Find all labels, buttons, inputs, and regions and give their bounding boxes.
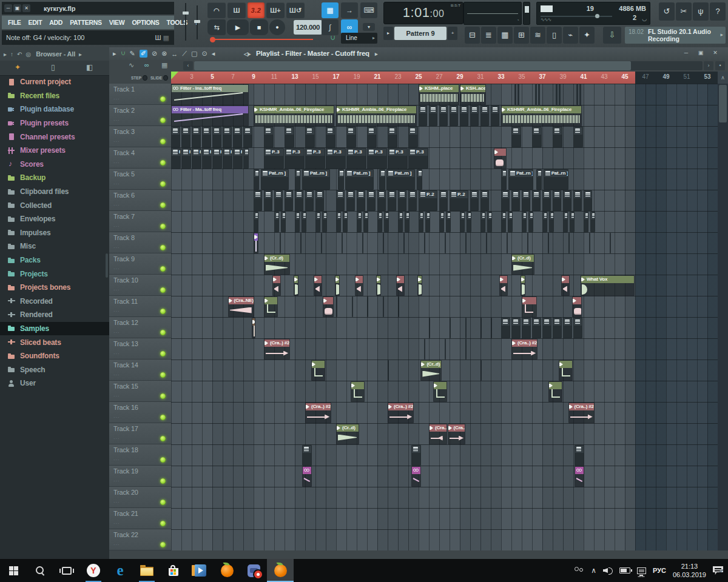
browser-collapse-icon[interactable]: ▸ <box>4 51 7 58</box>
plugin-picker-button[interactable]: ⌁ <box>563 27 578 44</box>
pattern-clip[interactable] <box>274 190 283 211</box>
track-header[interactable]: Track 3... <box>109 126 171 147</box>
recording-mic-button[interactable]: ψ <box>693 2 709 21</box>
media-player-icon[interactable] <box>187 559 214 582</box>
track-header[interactable]: Track 14... <box>109 360 171 381</box>
pattern-clip[interactable] <box>212 127 221 147</box>
pattern-clip[interactable] <box>480 212 485 232</box>
track-header[interactable]: Track 21... <box>109 508 171 529</box>
audio-clip[interactable] <box>521 275 525 296</box>
notifications-icon[interactable]: 2 <box>713 566 723 575</box>
clip-marker[interactable] <box>507 233 508 253</box>
pattern-clip[interactable] <box>584 190 592 211</box>
pattern-clip[interactable] <box>429 105 437 126</box>
preview-speaker-icon[interactable]: ◁▸ <box>244 51 251 57</box>
pattern-clip[interactable] <box>590 212 595 232</box>
playlist-titlebar[interactable]: ▸ ∩ ✎ ✐ ⊘ ⊗ ↔ ⟋ ▢ ⊙ ◂ ◁▸ Playlist - Filt… <box>109 47 728 61</box>
browser-tab-audio[interactable]: ◧ <box>86 63 93 72</box>
track-mute-led[interactable] <box>160 330 166 335</box>
pattern-clip[interactable]: P..3 <box>233 148 243 169</box>
sidebar-item-channel-presets[interactable]: Channel presets <box>0 130 109 144</box>
pattern-clip[interactable] <box>315 212 320 232</box>
pattern-clip[interactable] <box>522 318 531 338</box>
sidebar-item-samples[interactable]: Samples <box>0 322 109 336</box>
pattern-clip[interactable] <box>264 127 274 147</box>
clip-marker[interactable] <box>336 296 337 317</box>
edge-icon[interactable]: e <box>107 559 133 582</box>
clip-marker[interactable] <box>486 233 487 253</box>
clip-marker[interactable] <box>450 318 451 338</box>
dropdown-icon[interactable]: ▾ <box>363 23 375 31</box>
follow-playback-toggle[interactable]: → <box>341 2 358 18</box>
audio-clip[interactable]: KSHMR_Ambia..06_Fireplace <box>254 105 334 126</box>
playlist-close-icon[interactable]: ✕ <box>709 49 722 57</box>
pattern-clip[interactable] <box>336 190 345 211</box>
browser-tab-files[interactable]: ▯ <box>51 63 55 72</box>
clip-marker[interactable] <box>398 296 399 317</box>
clip-marker[interactable] <box>445 339 446 360</box>
track-options[interactable]: ... <box>113 455 120 461</box>
track-mute-led[interactable] <box>160 309 166 314</box>
pattern-clip[interactable] <box>584 212 588 232</box>
automation-clips-tab[interactable]: ∞ <box>144 61 149 69</box>
browser-scrollbar[interactable] <box>106 253 108 278</box>
sidebar-item-speech[interactable]: Speech <box>0 363 109 376</box>
menu-item-file[interactable]: FILE <box>4 19 25 26</box>
audio-clip[interactable] <box>396 275 405 296</box>
pattern-clip[interactable] <box>460 105 468 126</box>
track-mute-led[interactable] <box>160 245 166 250</box>
playlist-more-icon[interactable]: ▸ <box>375 51 377 57</box>
zoom-tool-icon[interactable]: ⊙ <box>201 50 207 58</box>
audio-clip[interactable] <box>294 275 298 296</box>
clip-marker[interactable] <box>589 233 590 253</box>
pattern-display[interactable]: Pattern 9 <box>394 27 447 40</box>
browser-title[interactable]: Browser - All <box>36 50 75 58</box>
clip-marker[interactable] <box>300 233 302 253</box>
audio-clip[interactable] <box>351 381 365 402</box>
clip-marker[interactable] <box>424 233 425 253</box>
mixer-panel-button[interactable]: ≋ <box>530 27 545 44</box>
track-options[interactable]: ... <box>113 158 120 164</box>
pattern-clip[interactable] <box>405 212 410 232</box>
pattern-clip[interactable] <box>233 127 242 147</box>
pattern-clip[interactable] <box>573 127 583 147</box>
fl-studio-icon[interactable] <box>214 559 240 582</box>
track-options[interactable]: ... <box>113 137 120 143</box>
audio-clip[interactable]: KSHM..place <box>419 84 459 105</box>
audio-clip[interactable]: (Cr..d) <box>264 254 290 275</box>
sidebar-item-mixer-presets[interactable]: Mixer presets <box>0 144 109 158</box>
delete-tool-icon[interactable]: ⊘ <box>152 50 157 58</box>
clip-marker[interactable] <box>465 233 467 253</box>
pattern-clip[interactable] <box>357 190 365 211</box>
ruler-song-region[interactable]: 3579111315171921232527293133353739414345 <box>171 72 635 84</box>
sidebar-item-plugin-presets[interactable]: Plugin presets <box>0 116 109 130</box>
clip-marker[interactable] <box>548 233 549 253</box>
pattern-clip[interactable] <box>419 105 427 126</box>
pattern-clip[interactable] <box>377 190 386 211</box>
playlist-panel-button[interactable]: ⊟ <box>465 27 480 44</box>
pattern-clip[interactable] <box>480 105 489 126</box>
pattern-clip[interactable] <box>563 190 571 211</box>
help-button[interactable]: ? <box>710 2 726 21</box>
track-header[interactable]: Track 17... <box>109 423 171 444</box>
pattern-clip[interactable]: P..3 <box>346 148 366 169</box>
piano-roll-panel-button[interactable]: ▦ <box>497 27 513 44</box>
sidebar-item-scores[interactable]: Scores <box>0 158 109 172</box>
pattern-clip[interactable] <box>480 190 489 211</box>
track-mute-led[interactable] <box>160 415 166 420</box>
pattern-clip[interactable] <box>338 169 343 190</box>
track-header[interactable]: Track 15... <box>109 381 171 402</box>
track-mute-led[interactable] <box>160 436 166 441</box>
audio-clip[interactable]: (Cra..) #2 <box>511 339 538 360</box>
pattern-clip[interactable] <box>302 212 306 232</box>
track-options[interactable]: ... <box>113 264 120 270</box>
pattern-clip[interactable] <box>501 190 510 211</box>
track-header[interactable]: Track 19... <box>109 466 171 487</box>
clip-marker[interactable] <box>480 318 482 338</box>
pattern-clip[interactable] <box>377 212 382 232</box>
pattern-clip[interactable]: Pat..rn ] <box>544 169 569 190</box>
loop-record-button[interactable]: Ш↺ <box>286 2 305 18</box>
snap-selector[interactable]: Line ▸ <box>341 33 377 44</box>
pattern-clip[interactable]: P..3 <box>408 148 428 169</box>
track-mute-led[interactable] <box>160 542 166 547</box>
